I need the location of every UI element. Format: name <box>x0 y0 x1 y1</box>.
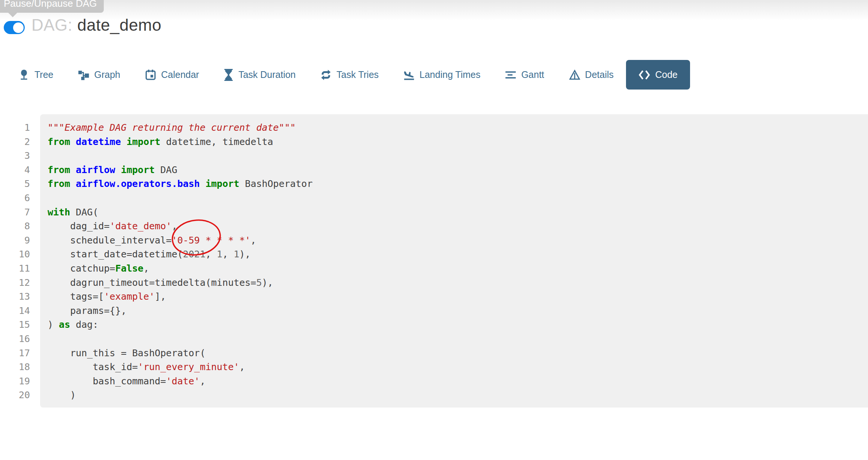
tab-label: Tree <box>34 69 53 80</box>
line-number: 17 <box>0 346 30 360</box>
tab-task-duration[interactable]: Task Duration <box>211 60 308 90</box>
calendar-icon <box>145 69 156 81</box>
toggle-knob <box>13 22 24 33</box>
line-number: 8 <box>0 219 30 233</box>
code-line-6 <box>48 191 868 205</box>
line-number: 3 <box>0 149 30 163</box>
code-line-2: from datetime import datetime, timedelta <box>48 135 868 149</box>
dag-view-tabs: TreeGraphCalendarTask DurationTask Tries… <box>6 60 690 90</box>
dag-label: DAG: <box>31 16 73 34</box>
line-number: 7 <box>0 205 30 220</box>
tooltip-text: Pause/Unpause DAG <box>4 0 97 9</box>
dag-source-code: """Example DAG returning the current dat… <box>40 114 868 408</box>
code-line-19: bash_command='date', <box>48 374 868 388</box>
line-number: 16 <box>0 332 30 346</box>
line-number: 4 <box>0 163 30 177</box>
tab-label: Graph <box>94 69 120 80</box>
line-number: 5 <box>0 177 30 191</box>
line-number: 2 <box>0 135 30 149</box>
code-line-15: ) as dag: <box>48 318 868 332</box>
line-number: 10 <box>0 247 30 261</box>
tab-label: Landing Times <box>420 69 481 80</box>
line-number: 11 <box>0 261 30 276</box>
line-number: 12 <box>0 276 30 290</box>
tab-item-details: Details <box>557 60 626 90</box>
line-number: 13 <box>0 290 30 304</box>
gantt-bars-icon <box>505 69 516 81</box>
code-view: 1234567891011121314151617181920 """Examp… <box>0 114 868 408</box>
tab-calendar[interactable]: Calendar <box>133 60 211 90</box>
tab-gantt[interactable]: Gantt <box>493 60 556 90</box>
code-line-9: schedule_interval='0-59 * * * *', <box>48 233 868 248</box>
graph-icon <box>78 69 89 81</box>
code-brackets-icon <box>638 70 650 80</box>
tab-label: Code <box>655 69 678 80</box>
tab-item-tree: Tree <box>6 60 66 90</box>
repeat-icon <box>320 69 332 81</box>
tab-item-calendar: Calendar <box>133 60 211 90</box>
code-line-1: """Example DAG returning the current dat… <box>48 121 868 135</box>
code-line-7: with DAG( <box>48 205 868 220</box>
tab-label: Gantt <box>521 69 544 80</box>
pause-tooltip: Pause/Unpause DAG <box>0 0 104 13</box>
code-line-17: run_this = BashOperator( <box>48 346 868 360</box>
code-line-5: from airflow.operators.bash import BashO… <box>48 177 868 191</box>
tab-item-landing-times: Landing Times <box>391 60 493 90</box>
code-line-4: from airflow import DAG <box>48 163 868 177</box>
hourglass-icon <box>224 69 233 81</box>
code-line-10: start_date=datetime(2021, 1, 1), <box>48 247 868 261</box>
page-title: DAG: date_demo <box>31 16 161 34</box>
code-line-20: ) <box>48 388 868 402</box>
tab-task-tries[interactable]: Task Tries <box>308 60 391 90</box>
details-triangle-icon <box>569 69 580 81</box>
tab-item-gantt: Gantt <box>493 60 556 90</box>
tab-item-task-duration: Task Duration <box>211 60 308 90</box>
code-line-18: task_id='run_every_minute', <box>48 360 868 374</box>
tab-landing-times[interactable]: Landing Times <box>391 60 493 90</box>
tab-label: Calendar <box>161 69 199 80</box>
line-number: 19 <box>0 374 30 388</box>
code-line-14: params={}, <box>48 304 868 318</box>
tab-label: Task Duration <box>238 69 296 80</box>
code-line-8: dag_id='date_demo', <box>48 219 868 233</box>
tab-item-graph: Graph <box>66 60 132 90</box>
tab-details[interactable]: Details <box>557 60 626 90</box>
line-number: 20 <box>0 388 30 402</box>
tab-graph[interactable]: Graph <box>66 60 132 90</box>
tab-tree[interactable]: Tree <box>6 60 66 90</box>
tab-item-code: Code <box>626 60 690 90</box>
code-line-11: catchup=False, <box>48 261 868 276</box>
line-number: 6 <box>0 191 30 205</box>
line-number: 18 <box>0 360 30 374</box>
code-line-12: dagrun_timeout=timedelta(minutes=5), <box>48 276 868 290</box>
tree-icon <box>18 69 30 81</box>
dag-pause-toggle[interactable] <box>4 21 25 34</box>
code-line-16 <box>48 332 868 346</box>
line-number: 9 <box>0 233 30 248</box>
line-number: 15 <box>0 318 30 332</box>
tab-label: Details <box>585 69 614 80</box>
code-line-3 <box>48 149 868 163</box>
tab-code[interactable]: Code <box>626 60 690 90</box>
tab-item-task-tries: Task Tries <box>308 60 391 90</box>
line-number: 14 <box>0 304 30 318</box>
line-number: 1 <box>0 121 30 135</box>
plane-landing-icon <box>403 69 415 81</box>
dag-name: date_demo <box>77 16 161 34</box>
tab-label: Task Tries <box>336 69 379 80</box>
code-line-13: tags=['example'], <box>48 290 868 304</box>
line-numbers: 1234567891011121314151617181920 <box>0 121 30 402</box>
tooltip-arrow <box>8 13 17 17</box>
